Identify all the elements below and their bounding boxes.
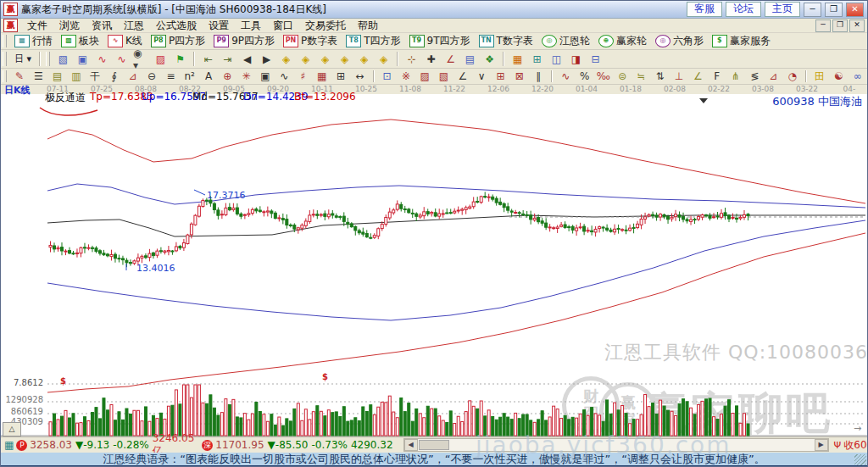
chart-image-icon[interactable]: ▧ <box>54 51 72 67</box>
info-board-icon[interactable]: ▣ <box>74 51 92 67</box>
droplet-dropdown-icon[interactable]: ◉ ▾ <box>132 51 150 67</box>
save-layout-icon[interactable]: ◫ <box>548 51 565 67</box>
menu-item-5[interactable]: 设置 <box>203 18 235 34</box>
maximize-button[interactable]: ❐ <box>825 3 843 17</box>
measure-angle-icon[interactable]: ⊿ <box>125 69 142 85</box>
arc-icon[interactable]: ◔ <box>784 69 801 85</box>
dense-grid-icon[interactable]: ⊠ <box>511 69 528 85</box>
menu-item-4[interactable]: 公式选股 <box>150 18 203 34</box>
circle-cross-icon[interactable]: ⊕ <box>219 69 236 85</box>
quote-grid-icon[interactable]: ▦ <box>4 439 14 451</box>
gann-wheel-button[interactable]: ◎江恩轮 <box>537 34 594 48</box>
wave-icon[interactable]: ∿ <box>557 69 574 85</box>
shaded-box-icon[interactable]: ▧ <box>435 69 452 85</box>
trend-pair-icon[interactable]: ≶ <box>746 69 763 85</box>
print-icon[interactable]: ⊟ <box>587 51 604 67</box>
sector-blocks-button[interactable]: ▩板块 <box>57 34 103 48</box>
resize-grip[interactable] <box>854 454 866 465</box>
boxed-image-icon[interactable]: ▣ <box>257 69 274 85</box>
close-button[interactable]: ✕ <box>846 3 864 17</box>
winner-service-button[interactable]: $赢家服务 <box>708 34 775 48</box>
first-bar-icon[interactable]: ⇤ <box>199 51 217 67</box>
cycle-lines-icon[interactable]: ≡ <box>162 69 179 85</box>
rays-icon[interactable]: ※ <box>398 69 415 85</box>
box-select-icon[interactable]: ⊡ <box>379 69 396 85</box>
f-line-icon[interactable]: F <box>709 69 726 85</box>
volume-scroll-right-icon[interactable]: → <box>854 423 861 434</box>
menu-item-3[interactable]: 江恩 <box>118 18 150 34</box>
menu-item-0[interactable]: 文件 <box>21 18 53 34</box>
horizontal-lines-icon[interactable]: ☰ <box>30 69 47 85</box>
mdi-minimize-button[interactable]: ─ <box>815 19 831 32</box>
homepage-button[interactable]: 主页 <box>765 2 800 17</box>
apex-icon[interactable]: A <box>200 69 217 85</box>
percent-icon[interactable]: % <box>576 69 593 85</box>
ellipse-icon[interactable]: ⊖ <box>143 69 160 85</box>
gann-grid-icon[interactable]: ▤ <box>48 69 65 85</box>
wheel-tool-icon[interactable]: ❖ <box>481 51 498 67</box>
mdi-restore-button[interactable]: ❐ <box>832 19 848 32</box>
toolbar-grip[interactable] <box>46 52 50 66</box>
spiral-icon[interactable]: ∮ <box>105 69 122 85</box>
pen-tool-icon[interactable]: ✎ <box>11 69 28 85</box>
flag-icon[interactable]: ⚑ <box>171 51 189 67</box>
forum-button[interactable]: 论坛 <box>726 2 761 17</box>
golden-circle-icon[interactable]: ⊜ <box>614 69 631 85</box>
pitchfork-icon[interactable]: ⋔ <box>727 69 744 85</box>
span-arrows-icon[interactable]: ↔ <box>351 69 368 85</box>
menu-item-1[interactable]: 浏览 <box>53 18 86 34</box>
t-square-button[interactable]: T8T四方形 <box>342 34 404 48</box>
zoom-diamond-6-icon[interactable]: ◈ <box>375 51 392 67</box>
scrollbar-left-icon[interactable]: ◀ <box>404 439 418 451</box>
calculator-icon[interactable]: ⊞ <box>528 51 546 67</box>
hexagon-button[interactable]: ◎六角形 <box>651 34 708 48</box>
gann-fan-icon[interactable]: ♯ <box>294 69 311 85</box>
menu-item-6[interactable]: 工具 <box>235 18 267 34</box>
9t-square-button[interactable]: T99T四方形 <box>405 34 475 48</box>
stamp-tool-icon[interactable]: ▤ <box>461 51 479 67</box>
angle-line-icon[interactable]: ∠ <box>454 69 471 85</box>
zoom-diamond-3-icon[interactable]: ◈ <box>316 51 334 67</box>
kline-small-icon[interactable]: ∿ <box>93 51 111 67</box>
p-square-button[interactable]: P8P四方形 <box>147 34 209 48</box>
calendar-icon[interactable]: ▦ <box>509 51 526 67</box>
pattern-icon[interactable]: ▨ <box>152 51 170 67</box>
period-day-dropdown[interactable]: 日 ▾ <box>11 51 35 67</box>
grid-table-icon[interactable]: 田 <box>811 69 828 85</box>
golden-lines-icon[interactable]: ≒ <box>632 69 649 85</box>
zoom-diamond-2-icon[interactable]: ◈ <box>297 51 314 67</box>
kline-small2-icon[interactable]: ∿ <box>113 51 131 67</box>
crosshair-tool-icon[interactable]: ✚ <box>422 51 440 67</box>
wide-grid-icon[interactable]: ⊞ <box>332 69 349 85</box>
last-bar-icon[interactable]: ⇥ <box>219 51 236 67</box>
taiji-icon[interactable]: ☯ <box>830 69 847 85</box>
horizontal-scrollbar[interactable]: ◀ ▶ <box>403 438 829 452</box>
t-digit-table-button[interactable]: TNT数字表 <box>475 34 537 48</box>
zoom-diamond-4-icon[interactable]: ◈ <box>336 51 353 67</box>
fine-grid-icon[interactable]: ⊞ <box>492 69 509 85</box>
wedge-icon[interactable]: ⊿ <box>765 69 782 85</box>
support-line-icon[interactable]: ⊥ <box>670 69 687 85</box>
minimize-button[interactable]: ─ <box>804 3 821 17</box>
zoom-diamond-5-icon[interactable]: ◈ <box>355 51 373 67</box>
menu-item-7[interactable]: 窗口 <box>267 18 299 34</box>
9p-square-button[interactable]: P99P四方形 <box>209 34 279 48</box>
zigzag-icon[interactable]: ∨ <box>473 69 490 85</box>
infinity-icon[interactable]: ∞ <box>849 69 866 85</box>
prev-bar-icon[interactable]: ◀ <box>238 51 256 67</box>
toolbar-grip[interactable] <box>3 70 7 82</box>
menu-item-2[interactable]: 资讯 <box>86 18 118 34</box>
k-wave-icon[interactable]: ∿ <box>275 69 292 85</box>
time-ruler-icon[interactable]: 干 <box>86 69 103 85</box>
title-bar[interactable]: 赢 赢家老子时空周期系统[纵横版] - [中国海油 SH600938-184日K… <box>1 1 867 19</box>
kline-button[interactable]: ∿K线 <box>103 34 147 48</box>
permille-icon[interactable]: ‰ <box>595 69 612 85</box>
star-rays-icon[interactable]: ✳ <box>237 69 254 85</box>
expand-triangle-button[interactable]: △ <box>3 422 21 436</box>
p-digit-table-button[interactable]: PNP数字表 <box>279 34 342 48</box>
scrollbar-thumb[interactable] <box>419 440 449 450</box>
customer-service-button[interactable]: 客服 <box>687 2 722 17</box>
scrollbar-right-icon[interactable]: ▶ <box>815 439 828 451</box>
angle-measure-icon[interactable]: ∠ <box>442 51 459 67</box>
next-bar-icon[interactable]: ▶ <box>258 51 275 67</box>
